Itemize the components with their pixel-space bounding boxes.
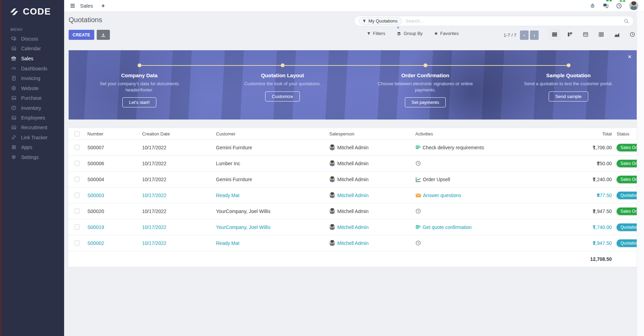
row-creation-date: 10/17/2022 <box>142 224 216 230</box>
sidebar-nav: DiscussCalendarSalesDashboardsInvoicingW… <box>2 34 64 162</box>
send-sample-button[interactable]: Send sample <box>549 91 588 101</box>
globe-icon <box>11 85 17 91</box>
search-input[interactable]: Search... <box>406 18 624 24</box>
debug-bug-icon[interactable] <box>590 3 595 9</box>
hamburger-menu-icon[interactable] <box>70 3 76 9</box>
new-tab-button[interactable]: + <box>102 2 105 9</box>
tasks-icon[interactable] <box>415 144 421 150</box>
pager-previous-button[interactable]: ‹ <box>520 30 529 40</box>
image-icon <box>11 125 17 130</box>
salesperson-avatar <box>329 160 335 166</box>
activity-label[interactable]: Get quote confirmation <box>423 224 472 230</box>
column-header-total[interactable]: Total <box>568 131 612 136</box>
salesperson-name: Mitchell Admin <box>337 224 368 230</box>
row-checkbox[interactable] <box>75 177 80 182</box>
app-logo[interactable]: CODE <box>2 0 64 17</box>
favorites-button[interactable]: ★ Favorites <box>434 31 459 36</box>
user-avatar[interactable] <box>629 1 638 10</box>
row-customer: Ready Mat <box>216 193 329 198</box>
search-bar[interactable]: My Quotations Search... × <box>354 16 634 26</box>
row-checkbox[interactable] <box>75 209 80 214</box>
sidebar-item-dashboards[interactable]: Dashboards <box>2 63 64 73</box>
scrollbar-gutter[interactable] <box>637 11 644 336</box>
pivot-view-button[interactable] <box>595 29 607 40</box>
messages-icon[interactable]: 5 <box>602 2 609 9</box>
graph-view-button[interactable] <box>611 29 623 40</box>
pager: 1-7 / 7 ‹ › <box>504 30 539 40</box>
customize-button[interactable]: Customize <box>265 91 299 101</box>
clock-icon[interactable] <box>415 208 421 214</box>
star-icon: ★ <box>434 31 438 36</box>
currency-symbol: ₹ <box>593 177 596 182</box>
create-button[interactable]: CREATE <box>69 30 94 40</box>
sidebar-item-calendar[interactable]: Calendar <box>2 44 64 53</box>
group-by-button[interactable]: Group By <box>397 31 423 36</box>
calendar-view-button[interactable] <box>580 29 591 40</box>
row-checkbox[interactable] <box>75 193 80 198</box>
code-logo-icon <box>9 7 20 16</box>
activity-view-button[interactable] <box>627 29 637 40</box>
row-checkbox[interactable] <box>75 161 80 166</box>
column-header-creation-date[interactable]: Creation Date <box>142 131 216 136</box>
table-row[interactable]: S0000610/17/2022Lumber IncMitchell Admin… <box>69 155 637 171</box>
column-header-customer[interactable]: Customer <box>216 131 329 136</box>
banner-close-icon[interactable]: × <box>628 53 632 61</box>
bank-icon <box>11 55 17 61</box>
column-header-activities[interactable]: Activities <box>415 131 568 136</box>
sidebar-item-website[interactable]: Website <box>2 83 64 93</box>
table-row[interactable]: S0001910/17/2022YourCompany, Joel Willis… <box>69 219 637 235</box>
set-payments-button[interactable]: Set payments <box>405 97 446 107</box>
chart-icon[interactable] <box>415 176 421 183</box>
row-customer: Ready Mat <box>216 240 329 246</box>
column-header-number[interactable]: Number <box>87 131 142 136</box>
window-edge <box>0 0 2 336</box>
sidebar-item-label: Employees <box>21 115 45 121</box>
filters-button[interactable]: Filters <box>367 31 385 36</box>
table-row[interactable]: S0000210/17/2022Ready MatMitchell Admin₹… <box>69 235 637 251</box>
row-checkbox[interactable] <box>75 224 80 230</box>
sidebar-item-purchase[interactable]: Purchase <box>2 93 64 103</box>
column-header-salesperson[interactable]: Salesperson <box>329 131 415 136</box>
table-row[interactable]: S0000710/17/2022Gemini FurnitureMitchell… <box>69 139 637 155</box>
column-header-status[interactable]: Status <box>617 131 637 136</box>
sidebar-item-employees[interactable]: Employees <box>2 113 64 123</box>
search-facet[interactable]: My Quotations <box>359 17 402 25</box>
list-view-button[interactable] <box>549 29 560 40</box>
row-customer: Gemini Furniture <box>216 145 329 150</box>
clock-icon[interactable] <box>415 160 421 166</box>
activity-clock-icon[interactable]: 8 <box>616 3 622 9</box>
sidebar-item-settings[interactable]: Settings <box>2 152 64 162</box>
sidebar-item-sales[interactable]: Sales <box>2 53 64 63</box>
sidebar-item-inventory[interactable]: Inventory <box>2 103 64 113</box>
table-row[interactable]: S0000310/17/2022Ready MatMitchell AdminA… <box>69 187 637 203</box>
pager-next-button[interactable]: › <box>530 30 539 40</box>
let-s-start-button[interactable]: Let's start! <box>122 97 156 107</box>
select-all-checkbox[interactable] <box>75 131 80 136</box>
facet-remove-icon[interactable]: × <box>397 25 399 30</box>
row-checkbox[interactable] <box>75 240 80 246</box>
row-salesperson: Mitchell Admin <box>329 160 415 166</box>
activity-label[interactable]: Answer questions <box>423 193 461 198</box>
activity-label[interactable]: Check delivery requirements <box>423 145 484 150</box>
row-customer: Gemini Furniture <box>216 177 329 182</box>
salesperson-name: Mitchell Admin <box>337 240 368 246</box>
table-row[interactable]: S0000410/17/2022Gemini FurnitureMitchell… <box>69 171 637 187</box>
import-button[interactable] <box>97 30 110 40</box>
row-creation-date: 10/17/2022 <box>142 177 216 182</box>
sidebar-item-recruitment[interactable]: Recruitment <box>2 123 64 132</box>
clock-icon[interactable] <box>415 240 421 246</box>
envelope-icon[interactable] <box>415 192 421 198</box>
sidebar-item-link-tracker[interactable]: Link Tracker <box>2 132 64 142</box>
row-checkbox[interactable] <box>75 145 80 150</box>
sidebar-item-invoicing[interactable]: Invoicing <box>2 73 64 83</box>
kanban-view-button[interactable] <box>564 29 576 40</box>
search-icon[interactable] <box>624 18 629 24</box>
step-title: Sample Quotation <box>520 72 617 78</box>
row-number: S00006 <box>87 161 142 166</box>
sidebar-item-apps[interactable]: Apps <box>2 142 64 152</box>
active-app-name[interactable]: Sales <box>80 3 93 9</box>
sidebar-item-discuss[interactable]: Discuss <box>2 34 64 44</box>
tasks-icon[interactable] <box>415 224 421 230</box>
table-row[interactable]: S0002010/17/2022YourCompany, Joel Willis… <box>69 203 637 219</box>
activity-label[interactable]: Order Upsell <box>423 177 450 182</box>
